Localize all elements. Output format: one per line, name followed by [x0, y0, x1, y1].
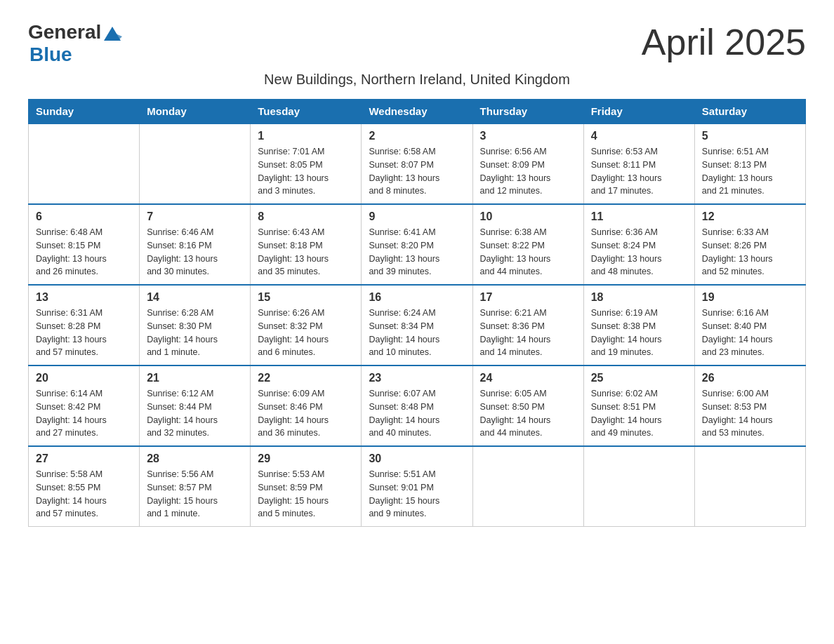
page-header: General Blue April 2025: [28, 21, 806, 66]
day-number: 23: [369, 372, 465, 384]
day-number: 30: [369, 452, 465, 465]
calendar-week-5: 27Sunrise: 5:58 AMSunset: 8:55 PMDayligh…: [29, 446, 806, 527]
day-number: 4: [591, 130, 687, 142]
day-info: Sunrise: 6:43 AMSunset: 8:18 PMDaylight:…: [258, 226, 354, 279]
day-number: 2: [369, 130, 465, 142]
day-info: Sunrise: 6:28 AMSunset: 8:30 PMDaylight:…: [147, 307, 243, 359]
day-info: Sunrise: 6:38 AMSunset: 8:22 PMDaylight:…: [480, 226, 576, 279]
day-info: Sunrise: 6:14 AMSunset: 8:42 PMDaylight:…: [36, 387, 132, 440]
calendar-cell: 3Sunrise: 6:56 AMSunset: 8:09 PMDaylight…: [472, 123, 583, 204]
day-info: Sunrise: 6:24 AMSunset: 8:34 PMDaylight:…: [369, 307, 465, 359]
calendar-cell: 20Sunrise: 6:14 AMSunset: 8:42 PMDayligh…: [29, 365, 140, 446]
calendar-cell: 26Sunrise: 6:00 AMSunset: 8:53 PMDayligh…: [694, 365, 805, 446]
calendar-body: 1Sunrise: 7:01 AMSunset: 8:05 PMDaylight…: [29, 123, 806, 527]
logo-blue-text: Blue: [29, 43, 72, 66]
calendar-cell: [694, 446, 805, 527]
page-title: April 2025: [642, 21, 806, 63]
calendar-cell: 21Sunrise: 6:12 AMSunset: 8:44 PMDayligh…: [140, 365, 251, 446]
calendar-cell: [140, 123, 251, 204]
day-number: 29: [258, 452, 354, 465]
day-info: Sunrise: 5:58 AMSunset: 8:55 PMDaylight:…: [36, 468, 132, 521]
day-number: 28: [147, 452, 243, 465]
weekday-header-tuesday: Tuesday: [251, 100, 362, 124]
day-number: 24: [480, 372, 576, 384]
day-info: Sunrise: 6:58 AMSunset: 8:07 PMDaylight:…: [369, 145, 465, 198]
calendar-cell: 15Sunrise: 6:26 AMSunset: 8:32 PMDayligh…: [251, 285, 362, 365]
day-number: 25: [591, 372, 687, 384]
calendar-cell: 24Sunrise: 6:05 AMSunset: 8:50 PMDayligh…: [472, 365, 583, 446]
calendar-week-4: 20Sunrise: 6:14 AMSunset: 8:42 PMDayligh…: [29, 365, 806, 446]
day-info: Sunrise: 6:48 AMSunset: 8:15 PMDaylight:…: [36, 226, 132, 279]
day-info: Sunrise: 6:09 AMSunset: 8:46 PMDaylight:…: [258, 387, 354, 440]
day-info: Sunrise: 6:51 AMSunset: 8:13 PMDaylight:…: [702, 145, 798, 198]
day-info: Sunrise: 6:12 AMSunset: 8:44 PMDaylight:…: [147, 387, 243, 440]
calendar-cell: 17Sunrise: 6:21 AMSunset: 8:36 PMDayligh…: [472, 285, 583, 365]
day-number: 21: [147, 372, 243, 384]
day-info: Sunrise: 6:05 AMSunset: 8:50 PMDaylight:…: [480, 387, 576, 440]
day-info: Sunrise: 6:21 AMSunset: 8:36 PMDaylight:…: [480, 307, 576, 359]
calendar-week-3: 13Sunrise: 6:31 AMSunset: 8:28 PMDayligh…: [29, 285, 806, 365]
calendar-cell: 25Sunrise: 6:02 AMSunset: 8:51 PMDayligh…: [583, 365, 694, 446]
day-info: Sunrise: 6:46 AMSunset: 8:16 PMDaylight:…: [147, 226, 243, 279]
calendar-cell: 30Sunrise: 5:51 AMSunset: 9:01 PMDayligh…: [362, 446, 472, 527]
day-info: Sunrise: 6:07 AMSunset: 8:48 PMDaylight:…: [369, 387, 465, 440]
day-number: 14: [147, 291, 243, 304]
calendar-cell: 16Sunrise: 6:24 AMSunset: 8:34 PMDayligh…: [362, 285, 472, 365]
calendar-cell: 2Sunrise: 6:58 AMSunset: 8:07 PMDaylight…: [362, 123, 472, 204]
day-number: 6: [36, 210, 132, 223]
day-number: 18: [591, 291, 687, 304]
calendar-header: SundayMondayTuesdayWednesdayThursdayFrid…: [29, 100, 806, 124]
day-number: 22: [258, 372, 354, 384]
calendar-cell: 8Sunrise: 6:43 AMSunset: 8:18 PMDaylight…: [251, 204, 362, 285]
day-number: 19: [702, 291, 798, 304]
day-info: Sunrise: 5:51 AMSunset: 9:01 PMDaylight:…: [369, 468, 465, 521]
logo-icon: [102, 22, 122, 42]
day-number: 27: [36, 452, 132, 465]
weekday-header-saturday: Saturday: [694, 100, 805, 124]
calendar-week-2: 6Sunrise: 6:48 AMSunset: 8:15 PMDaylight…: [29, 204, 806, 285]
calendar-cell: 29Sunrise: 5:53 AMSunset: 8:59 PMDayligh…: [251, 446, 362, 527]
calendar-cell: [29, 123, 140, 204]
calendar-cell: 9Sunrise: 6:41 AMSunset: 8:20 PMDaylight…: [362, 204, 472, 285]
calendar-cell: 19Sunrise: 6:16 AMSunset: 8:40 PMDayligh…: [694, 285, 805, 365]
day-number: 7: [147, 210, 243, 223]
calendar-cell: 4Sunrise: 6:53 AMSunset: 8:11 PMDaylight…: [583, 123, 694, 204]
calendar-cell: 27Sunrise: 5:58 AMSunset: 8:55 PMDayligh…: [29, 446, 140, 527]
day-info: Sunrise: 6:31 AMSunset: 8:28 PMDaylight:…: [36, 307, 132, 359]
day-info: Sunrise: 6:00 AMSunset: 8:53 PMDaylight:…: [702, 387, 798, 440]
weekday-header-monday: Monday: [140, 100, 251, 124]
calendar-cell: 28Sunrise: 5:56 AMSunset: 8:57 PMDayligh…: [140, 446, 251, 527]
calendar-cell: 10Sunrise: 6:38 AMSunset: 8:22 PMDayligh…: [472, 204, 583, 285]
day-info: Sunrise: 7:01 AMSunset: 8:05 PMDaylight:…: [258, 145, 354, 198]
day-number: 17: [480, 291, 576, 304]
calendar-week-1: 1Sunrise: 7:01 AMSunset: 8:05 PMDaylight…: [29, 123, 806, 204]
day-info: Sunrise: 6:53 AMSunset: 8:11 PMDaylight:…: [591, 145, 687, 198]
calendar-cell: 12Sunrise: 6:33 AMSunset: 8:26 PMDayligh…: [694, 204, 805, 285]
calendar-cell: 22Sunrise: 6:09 AMSunset: 8:46 PMDayligh…: [251, 365, 362, 446]
calendar-table: SundayMondayTuesdayWednesdayThursdayFrid…: [28, 99, 806, 527]
calendar-cell: 13Sunrise: 6:31 AMSunset: 8:28 PMDayligh…: [29, 285, 140, 365]
page-subtitle: New Buildings, Northern Ireland, United …: [28, 72, 806, 88]
weekday-header-wednesday: Wednesday: [362, 100, 472, 124]
calendar-cell: 11Sunrise: 6:36 AMSunset: 8:24 PMDayligh…: [583, 204, 694, 285]
weekday-header-sunday: Sunday: [29, 100, 140, 124]
day-info: Sunrise: 6:41 AMSunset: 8:20 PMDaylight:…: [369, 226, 465, 279]
day-number: 26: [702, 372, 798, 384]
day-number: 5: [702, 130, 798, 142]
calendar-cell: [472, 446, 583, 527]
calendar-cell: 6Sunrise: 6:48 AMSunset: 8:15 PMDaylight…: [29, 204, 140, 285]
weekday-header-row: SundayMondayTuesdayWednesdayThursdayFrid…: [29, 100, 806, 124]
calendar-cell: 7Sunrise: 6:46 AMSunset: 8:16 PMDaylight…: [140, 204, 251, 285]
calendar-cell: [583, 446, 694, 527]
day-number: 15: [258, 291, 354, 304]
day-info: Sunrise: 6:02 AMSunset: 8:51 PMDaylight:…: [591, 387, 687, 440]
calendar-cell: 14Sunrise: 6:28 AMSunset: 8:30 PMDayligh…: [140, 285, 251, 365]
day-number: 13: [36, 291, 132, 304]
weekday-header-thursday: Thursday: [472, 100, 583, 124]
weekday-header-friday: Friday: [583, 100, 694, 124]
day-number: 16: [369, 291, 465, 304]
logo-general-text: General: [28, 21, 101, 43]
calendar-cell: 23Sunrise: 6:07 AMSunset: 8:48 PMDayligh…: [362, 365, 472, 446]
day-number: 3: [480, 130, 576, 142]
day-number: 10: [480, 210, 576, 223]
